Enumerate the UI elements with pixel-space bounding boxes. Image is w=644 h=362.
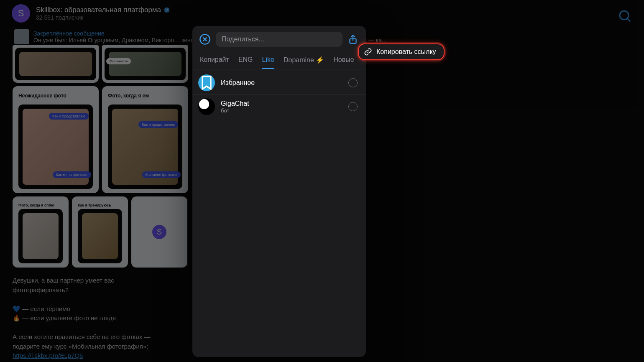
share-tab[interactable]: Новые: [333, 56, 354, 69]
share-target-row[interactable]: Избранное: [192, 71, 366, 95]
share-target-title: GigaChat: [221, 100, 342, 107]
bot-avatar: [198, 98, 215, 115]
copy-link-label: Копировать ссылку: [376, 48, 436, 56]
radio-unselected[interactable]: [348, 102, 358, 111]
context-menu: Копировать ссылку: [358, 43, 445, 60]
saved-messages-icon: [198, 74, 215, 91]
share-tab[interactable]: Dopamine ⚡: [284, 56, 324, 69]
copy-link-button[interactable]: Копировать ссылку: [358, 43, 445, 60]
search-placeholder: Поделиться...: [222, 36, 264, 43]
link-icon: [364, 48, 372, 56]
share-tabs: Копирайт ENG Like Dopamine ⚡ Новые: [192, 50, 366, 69]
radio-unselected[interactable]: [348, 78, 358, 87]
share-target-row[interactable]: GigaChat бот: [192, 95, 366, 118]
close-button[interactable]: [199, 33, 211, 45]
share-target-subtitle: бот: [221, 107, 342, 114]
share-target-title: Избранное: [221, 79, 342, 87]
share-tab[interactable]: Копирайт: [200, 56, 229, 69]
share-dialog: Поделиться... Копирайт ENG Like Dopamine…: [192, 26, 366, 357]
share-search-input[interactable]: Поделиться...: [216, 32, 342, 47]
share-tab[interactable]: ENG: [238, 56, 253, 69]
share-target-list: Избранное GigaChat бот: [192, 69, 366, 120]
external-share-button[interactable]: [348, 34, 358, 45]
share-tab-active[interactable]: Like: [262, 56, 274, 69]
